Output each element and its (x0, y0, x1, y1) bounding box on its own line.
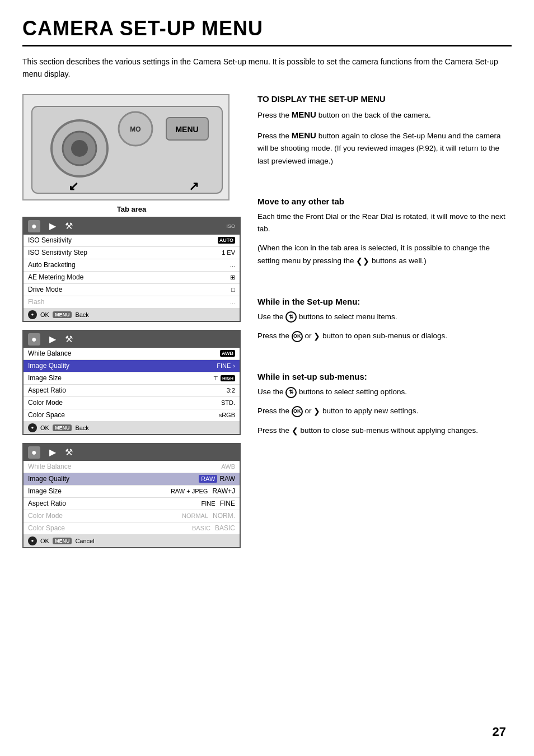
menu2-header: ● ▶ ⚒ (24, 331, 240, 348)
section-body-setup-1: Use the ⇅ buttons to select menu items. (257, 311, 512, 323)
menu-badge-3: MENU (53, 538, 72, 544)
table-row: Flash ... (24, 296, 240, 309)
tab-area-label: Tab area (22, 205, 241, 213)
page-number: 27 (493, 725, 506, 739)
svg-text:↙: ↙ (68, 179, 78, 193)
play-tab-icon[interactable]: ▶ (49, 221, 56, 231)
menu-badge-2: MENU (53, 424, 72, 431)
ok-icon-3: ● (28, 536, 37, 545)
section-title-move-tab: Move to any other tab (257, 197, 512, 206)
table-row: Image Size ⊤HIGH (24, 372, 240, 385)
section-body-sub-1: Use the ⇅ buttons to select setting opti… (257, 386, 512, 398)
table-row: White Balance AWB (24, 348, 240, 360)
table-row: Color Space BASIC BASIC (24, 522, 240, 535)
camera-tab-icon[interactable]: ● (28, 220, 40, 232)
intro-paragraph: This section describes the various setti… (22, 55, 512, 81)
right-column: TO DISPLAY THE SET-UP MENU Press the MEN… (257, 94, 512, 556)
svg-text:MENU: MENU (175, 125, 198, 134)
ok-icon: ● (28, 310, 37, 319)
section-title-setup-menu: While in the Set-up Menu: (257, 297, 512, 306)
ok-button-icon-2: OK (292, 406, 303, 417)
wrench-tab-icon-2[interactable]: ⚒ (65, 334, 73, 344)
section-body-setup-2: Press the OK or ❯ button to open sub-men… (257, 330, 512, 343)
page-title: CAMERA SET-UP MENU (22, 17, 512, 46)
ok-button-icon: OK (292, 331, 303, 342)
table-row: Image Size RAW + JPEG RAW+J (24, 486, 240, 498)
left-right-arrows-icon: ❮❯ (356, 255, 369, 268)
menu-panel-3: ● ▶ ⚒ White Balance AWB Image Quality RA… (22, 443, 241, 548)
table-row: Aspect Ratio FINE FINE (24, 498, 240, 510)
section-body-sub-2: Press the OK or ❯ button to apply new se… (257, 405, 512, 418)
camera-tab-icon-2[interactable]: ● (28, 333, 40, 346)
menu1-footer: ● OK MENU Back (24, 309, 240, 321)
section-body-move-1: Each time the Front Dial or the Rear Dia… (257, 211, 512, 236)
section-title-display: TO DISPLAY THE SET-UP MENU (257, 94, 512, 104)
menu2-footer: ● OK MENU Back (24, 422, 240, 434)
menu1-header: ● ▶ ⚒ ISO (24, 218, 240, 235)
table-row: Color Mode NORMAL NORM. (24, 510, 240, 522)
table-row: White Balance AWB (24, 461, 240, 473)
svg-point-3 (71, 140, 88, 157)
menu-badge: MENU (53, 311, 72, 318)
left-arrow-icon: ❮ (292, 424, 298, 437)
camera-tab-icon-3[interactable]: ● (28, 446, 40, 459)
play-tab-icon-2[interactable]: ▶ (49, 334, 56, 344)
right-arrow-icon: ❯ (313, 330, 320, 343)
right-arrow-icon-2: ❯ (313, 405, 320, 418)
up-down-arrows-icon: ⇅ (285, 311, 297, 323)
menu3-footer: ● OK MENU Cancel (24, 535, 240, 547)
menu-panel-2: ● ▶ ⚒ White Balance AWB Image Quality FI… (22, 330, 241, 435)
table-row: Aspect Ratio 3:2 (24, 385, 240, 397)
menu-keyword-1: MENU (292, 110, 316, 119)
wrench-tab-icon-3[interactable]: ⚒ (65, 447, 73, 458)
section-body-display-2: Press the MENU button again to close the… (257, 129, 512, 167)
section-body-move-2: (When the icon in the tab area is select… (257, 242, 512, 267)
camera-illustration: MO MENU ↙ ↗ (22, 94, 229, 200)
table-row: Image Quality FINE › (24, 360, 240, 372)
table-row: Drive Mode □ (24, 284, 240, 296)
table-row: Image Quality RAW RAW (24, 473, 240, 486)
section-body-sub-3: Press the ❮ button to close sub-menus wi… (257, 424, 512, 437)
table-row: ISO Sensitivity AUTO (24, 235, 240, 247)
menu3-header: ● ▶ ⚒ (24, 444, 240, 461)
table-row: ISO Sensitivity Step 1 EV (24, 247, 240, 259)
wrench-tab-icon[interactable]: ⚒ (65, 221, 73, 231)
section-title-sub-menus: While in set-up sub-menus: (257, 372, 512, 381)
up-down-arrows-icon-2: ⇅ (285, 387, 297, 398)
left-column: MO MENU ↙ ↗ Tab area ● ▶ ⚒ ISO ISO Sensi… (22, 94, 241, 556)
table-row: Color Space sRGB (24, 409, 240, 422)
play-tab-icon-3[interactable]: ▶ (49, 447, 56, 458)
menu-keyword-2: MENU (292, 130, 316, 140)
svg-text:MO: MO (130, 125, 140, 133)
table-row: Auto Bracketing ... (24, 259, 240, 272)
menu-panel-1: ● ▶ ⚒ ISO ISO Sensitivity AUTO ISO Sensi… (22, 217, 241, 322)
table-row: Color Mode STD. (24, 397, 240, 409)
table-row: AE Metering Mode ⊞ (24, 272, 240, 284)
svg-text:↗: ↗ (189, 179, 199, 193)
section-body-display-1: Press the MENU button on the back of the… (257, 108, 512, 122)
ok-icon-2: ● (28, 423, 37, 432)
